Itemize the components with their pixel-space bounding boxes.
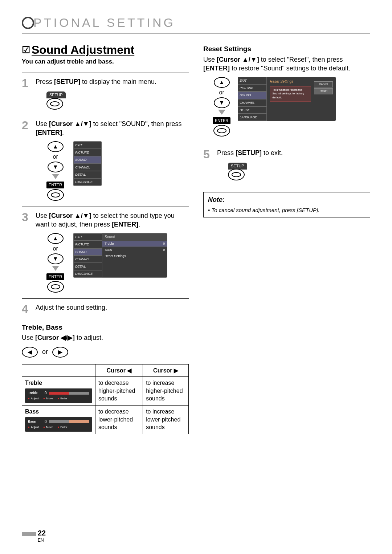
osd-item-detail: DETAIL [73,263,102,270]
osd-item-picture: PICTURE [73,241,102,248]
osd-item-detail: DETAIL [238,106,267,114]
step-5: 5 Press [SETUP] to exit. SETUP [203,144,370,186]
step-number: 4 [22,303,32,315]
step-text: Use [36,120,49,127]
note-body-text: To cancel sound adjustment, press [SETUP… [211,207,319,213]
step-body: Use [Cursor ▲/▼] to select "SOUND", then… [36,119,189,201]
osd-reset-panel: EXIT PICTURE SOUND CHANNEL DETAIL LANGUA… [238,77,336,121]
step-text: Press [217,149,236,156]
checkbox-icon: ☑ [22,44,30,56]
step-text: to select "SOUND", then press [91,120,182,127]
page-title: ☑Sound Adjustment [22,42,189,58]
setup-button-label: SETUP [228,163,247,170]
slider-footer-move: Move [43,425,53,429]
slider-bar-icon [49,392,89,395]
arrow-down-icon [52,266,59,271]
remote-cursor-enter-graphic: ▲ or ▼ ENTER [213,77,230,137]
left-column: ☑Sound Adjustment You can adjust treble … [22,42,189,434]
osd-row-treble: Treble 0 [102,241,167,247]
enter-button-icon [47,189,64,201]
table-row: Treble Treble 0 Adjust Move Enter [22,377,189,406]
osd-item-picture: PICTURE [73,149,102,156]
right-column: Reset Settings Use [Cursor ▲/▼] to selec… [203,42,370,434]
slider-footer-enter: Enter [57,397,67,401]
page-language: EN [38,537,46,543]
enter-button-icon [47,281,64,293]
osd-item-sound: SOUND [73,156,102,163]
note-body: To cancel sound adjustment, press [SETUP… [208,207,366,214]
step-number: 1 [22,77,32,110]
row-name-bass: Bass [25,408,39,415]
osd-item-exit: EXIT [238,77,267,84]
slider-label: Treble [28,391,42,395]
remote-cursor-enter-graphic: ▲ or ▼ ENTER [46,233,64,293]
table-cell: to increase higher-pitched sounds [143,377,189,406]
setup-button-icon [46,98,63,110]
cursor-left-icon: ◀ [22,347,38,358]
cursor-key: [Cursor ▲/▼] [49,212,91,219]
enter-key: [ENTER] [112,221,138,228]
cursor-down-icon: ▼ [48,253,64,264]
step-4: 4 Adjust the sound setting. [22,298,189,320]
step-number: 5 [203,148,213,181]
osd-item-exit: EXIT [73,233,102,241]
cursor-key: [Cursor ▲/▼] [49,120,91,127]
slider-footer-enter: Enter [57,425,67,429]
step-text: to exit. [262,149,283,156]
treble-bass-instruction: Use [Cursor ◀/▶] to adjust. [22,333,189,342]
arrow-down-icon [218,110,225,115]
osd-item-language: LANGUAGE [73,270,102,277]
step-body: Press [SETUP] to exit. SETUP [217,148,370,181]
step-body: Use [Cursor ▲/▼] to select the sound typ… [36,211,189,293]
osd-item-sound: SOUND [238,91,267,99]
bass-slider-osd: Bass 0 Adjust Move Enter [25,417,92,432]
cursor-up-icon: ▲ [48,233,64,244]
cursor-up-icon: ▲ [48,141,64,152]
enter-key: [ENTER] [203,65,230,72]
cursor-down-icon: ▼ [48,162,64,172]
letter-o-icon [22,17,34,29]
arrow-down-icon [52,174,59,179]
cursor-up-icon: ▲ [214,77,230,88]
step-number: 3 [22,211,32,293]
left-right-buttons: ◀ or ▶ [22,347,189,358]
subtitle: You can adjust treble and bass. [22,58,189,66]
reset-button: Reset [314,88,333,94]
slider-footer-adjust: Adjust [28,425,39,429]
osd-item-language: LANGUAGE [238,114,267,121]
osd-row-value: 0 [163,248,165,252]
slider-value: 0 [45,391,47,396]
osd-item-detail: DETAIL [73,171,102,178]
osd-item-channel: CHANNEL [73,164,102,171]
table-header-right: Cursor ▶ [143,364,189,377]
setup-button-label: SETUP [46,91,66,98]
row-name-treble: Treble [25,380,42,386]
step-text: to display the main menu. [80,78,156,85]
step-number: 2 [22,119,32,201]
osd-item-picture: PICTURE [238,84,267,91]
text: Use [203,56,217,63]
or-text: or [46,153,64,161]
cursor-down-icon: ▼ [214,97,230,108]
slider-label: Bass [28,419,42,424]
setup-key: [SETUP] [54,78,80,85]
slider-value: 0 [45,419,47,424]
step-text: Use [36,212,49,219]
enter-button-label: ENTER [46,273,64,280]
page-number: 22 EN [22,528,46,543]
table-row: Bass Bass 0 Adjust Move Enter [22,406,189,434]
table-cell: to decrease lower-pitched sounds [95,406,143,434]
or-text: or [46,245,64,253]
osd-row-label: Treble [105,241,114,246]
cursor-key: [Cursor ◀/▶] [35,334,75,341]
treble-bass-table: Cursor ◀ Cursor ▶ Treble Treble 0 [22,364,189,434]
page-title-text: Sound Adjustment [32,43,134,56]
cursor-right-icon: ▶ [52,347,68,358]
cursor-key: [Cursor ▲/▼] [217,56,259,63]
or-text: or [213,89,230,97]
cancel-button: Cancel [314,81,333,87]
enter-button-label: ENTER [213,117,230,124]
osd-panel-header: Sound [102,233,167,241]
reset-heading: Reset Settings [203,44,370,54]
osd-item-language: LANGUAGE [73,178,102,186]
